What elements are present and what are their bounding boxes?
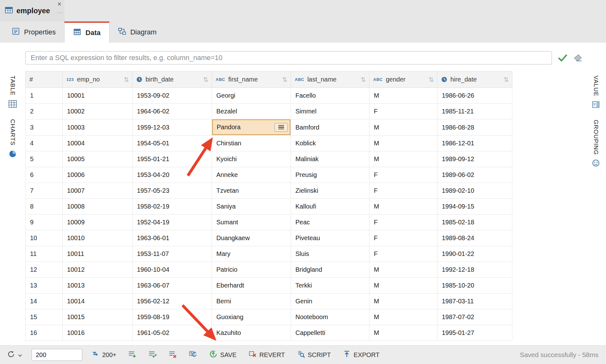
column-header-hire_date[interactable]: hire_date⇅ — [437, 71, 512, 88]
cell-hire_date[interactable]: 1994-09-15 — [437, 199, 512, 215]
cell-birth_date[interactable]: 1955-01-21 — [133, 151, 212, 167]
cell-emp_no[interactable]: 10008 — [63, 199, 133, 215]
cell-gender[interactable]: F — [369, 183, 437, 199]
cell-hire_date[interactable]: 1986-06-26 — [437, 88, 512, 104]
cell-birth_date[interactable]: 1959-08-19 — [133, 309, 212, 325]
cell-hire_date[interactable]: 1985-02-18 — [437, 215, 512, 230]
cell-emp_no[interactable]: 10005 — [63, 151, 133, 167]
editor-tab-employee[interactable]: employee × ··· — [0, 0, 65, 21]
cell-gender[interactable]: M — [369, 278, 437, 294]
cell-last_name[interactable]: Zielinski — [291, 183, 369, 199]
cell-first_name[interactable]: Pandora — [212, 119, 291, 135]
cell-birth_date[interactable]: 1958-02-19 — [133, 199, 212, 215]
cell-hire_date[interactable]: 1987-03-11 — [437, 294, 512, 309]
panel-tab-value[interactable]: VALUE — [592, 76, 600, 110]
cell-first_name[interactable]: Berni — [212, 294, 291, 309]
row-number[interactable]: 10 — [26, 230, 63, 246]
cell-hire_date[interactable]: 1986-08-28 — [437, 119, 512, 136]
script-button[interactable]: SCRIPT — [296, 348, 332, 361]
cell-first_name[interactable]: Duangkaew — [212, 230, 291, 246]
cell-hire_date[interactable]: 1989-02-10 — [437, 183, 512, 199]
cell-last_name[interactable]: Terkki — [291, 278, 369, 294]
cell-birth_date[interactable]: 1953-04-20 — [133, 167, 212, 183]
save-button[interactable]: SAVE — [208, 348, 238, 361]
row-number[interactable]: 13 — [26, 278, 63, 294]
cell-hire_date[interactable]: 1985-10-20 — [437, 278, 512, 294]
filter-apply-button[interactable] — [558, 54, 568, 62]
cell-emp_no[interactable]: 10001 — [63, 88, 133, 104]
cell-birth_date[interactable]: 1963-06-01 — [133, 230, 212, 246]
cell-birth_date[interactable]: 1953-11-07 — [133, 246, 212, 262]
close-tab-icon[interactable]: × — [57, 0, 61, 8]
row-number[interactable]: 11 — [26, 246, 63, 262]
cell-gender[interactable]: F — [369, 104, 437, 119]
tab-diagram[interactable]: Diagram — [109, 21, 165, 43]
cell-gender[interactable]: M — [369, 309, 437, 325]
column-header-emp_no[interactable]: 123emp_no⇅ — [63, 71, 133, 88]
cell-last_name[interactable]: Koblick — [291, 136, 369, 151]
cell-last_name[interactable]: Sluis — [291, 246, 369, 262]
cell-emp_no[interactable]: 10012 — [63, 262, 133, 278]
cell-hire_date[interactable]: 1989-08-24 — [437, 230, 512, 246]
cell-last_name[interactable]: Bridgland — [291, 262, 369, 278]
cell-emp_no[interactable]: 10014 — [63, 294, 133, 309]
panel-tab-grouping[interactable]: GROUPING — [592, 120, 600, 168]
column-header-birth_date[interactable]: birth_date⇅ — [133, 71, 212, 88]
sql-filter-input[interactable] — [25, 51, 552, 64]
filter-clear-eraser-icon[interactable] — [573, 54, 582, 62]
cell-emp_no[interactable]: 10010 — [63, 230, 133, 246]
cell-hire_date[interactable]: 1989-06-02 — [437, 167, 512, 183]
revert-button[interactable]: REVERT — [247, 348, 286, 361]
cell-birth_date[interactable]: 1963-06-07 — [133, 278, 212, 294]
cell-first_name[interactable]: Kyoichi — [212, 151, 291, 167]
cell-emp_no[interactable]: 10011 — [63, 246, 133, 262]
cell-gender[interactable]: F — [369, 167, 437, 183]
cell-gender[interactable]: M — [369, 262, 437, 278]
cell-last_name[interactable]: Genin — [291, 294, 369, 309]
cell-birth_date[interactable]: 1957-05-23 — [133, 183, 212, 199]
cell-last_name[interactable]: Preusig — [291, 167, 369, 183]
cell-hire_date[interactable]: 1986-12-01 — [437, 136, 512, 151]
column-header-gender[interactable]: ABCgender⇅ — [369, 71, 437, 88]
row-number[interactable]: 5 — [26, 151, 63, 167]
cell-first_name[interactable]: Sumant — [212, 215, 291, 230]
row-number[interactable]: 12 — [26, 262, 63, 278]
cell-emp_no[interactable]: 10016 — [63, 325, 133, 341]
cell-first_name[interactable]: Patricio — [212, 262, 291, 278]
cell-emp_no[interactable]: 10009 — [63, 215, 133, 230]
cell-first_name[interactable]: Anneke — [212, 167, 291, 183]
cell-first_name[interactable]: Mary — [212, 246, 291, 262]
cell-last_name[interactable]: Cappelletti — [291, 325, 369, 341]
column-header-first_name[interactable]: ABCfirst_name⇅ — [212, 71, 291, 88]
cell-birth_date[interactable]: 1954-05-01 — [133, 136, 212, 151]
export-button[interactable]: EXPORT — [342, 348, 381, 361]
refresh-grid-button[interactable] — [187, 348, 199, 362]
row-number-header[interactable]: # — [26, 71, 63, 88]
cell-gender[interactable]: F — [369, 230, 437, 246]
cell-gender[interactable]: F — [369, 246, 437, 262]
add-row-button[interactable] — [127, 348, 138, 362]
cell-first_name[interactable]: Kazuhito — [212, 325, 291, 341]
cell-emp_no[interactable]: 10007 — [63, 183, 133, 199]
cell-gender[interactable]: M — [369, 294, 437, 309]
presentation-tab-table[interactable]: TABLE — [9, 76, 17, 109]
cell-hire_date[interactable]: 1989-09-12 — [437, 151, 512, 167]
cell-birth_date[interactable]: 1959-12-03 — [133, 119, 212, 136]
cell-birth_date[interactable]: 1953-09-02 — [133, 88, 212, 104]
row-number[interactable]: 16 — [26, 325, 63, 341]
column-header-last_name[interactable]: ABClast_name⇅ — [291, 71, 369, 88]
cell-hire_date[interactable]: 1995-01-27 — [437, 325, 512, 341]
cell-birth_date[interactable]: 1956-02-12 — [133, 294, 212, 309]
cell-emp_no[interactable]: 10004 — [63, 136, 133, 151]
tab-data[interactable]: Data — [64, 21, 109, 43]
cell-gender[interactable]: M — [369, 88, 437, 104]
row-number[interactable]: 6 — [26, 167, 63, 183]
delete-row-button[interactable] — [167, 348, 178, 362]
row-number[interactable]: 15 — [26, 309, 63, 325]
cell-gender[interactable]: M — [369, 199, 437, 215]
cell-gender[interactable]: M — [369, 119, 437, 136]
row-number[interactable]: 14 — [26, 294, 63, 309]
cell-first_name[interactable]: Bezalel — [212, 104, 291, 119]
row-number[interactable]: 7 — [26, 183, 63, 199]
cell-first_name[interactable]: Tzvetan — [212, 183, 291, 199]
